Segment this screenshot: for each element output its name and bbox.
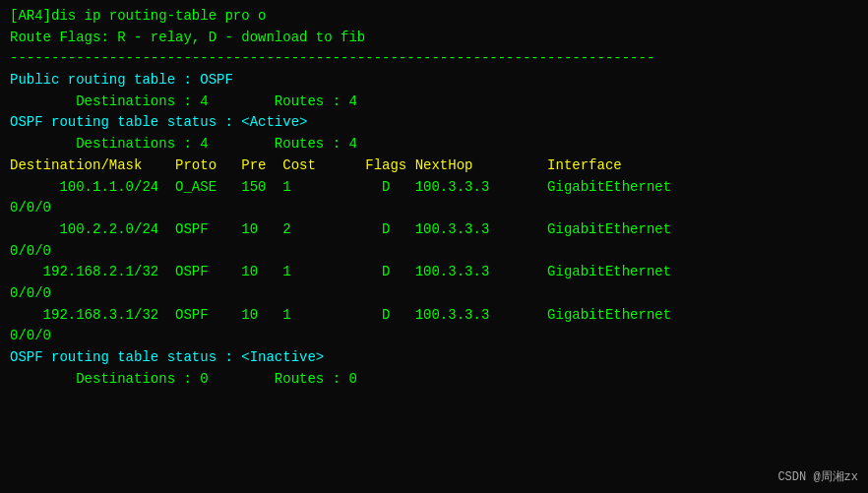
terminal-window: [AR4]dis ip routing-table pro oRoute Fla…: [0, 0, 868, 493]
terminal-line-11: 100.1.1.0/24 O_ASE 150 1 D 100.3.3.3 Gig…: [10, 177, 858, 199]
terminal-line-21: Destinations : 0 Routes : 0: [10, 369, 858, 391]
terminal-line-4: Destinations : 4 Routes : 4: [10, 92, 858, 113]
terminal-line-3: Public routing table : OSPF: [10, 70, 858, 92]
terminal-line-1: Route Flags: R - relay, D - download to …: [10, 28, 858, 49]
terminal-line-15: 192.168.2.1/32 OSPF 10 1 D 100.3.3.3 Gig…: [10, 262, 858, 283]
watermark: CSDN @周湘zx: [777, 468, 858, 485]
terminal-line-9: Destination/Mask Proto Pre Cost Flags Ne…: [10, 155, 858, 177]
terminal-line-6: OSPF routing table status : <Active>: [10, 112, 858, 134]
terminal-line-17: 192.168.3.1/32 OSPF 10 1 D 100.3.3.3 Gig…: [10, 305, 858, 327]
terminal-line-2: ----------------------------------------…: [10, 48, 858, 70]
terminal-line-13: 100.2.2.0/24 OSPF 10 2 D 100.3.3.3 Gigab…: [10, 219, 858, 241]
terminal-line-20: OSPF routing table status : <Inactive>: [10, 347, 858, 369]
terminal-line-14: 0/0/0: [10, 241, 858, 263]
terminal-line-18: 0/0/0: [10, 326, 858, 347]
terminal-line-0: [AR4]dis ip routing-table pro o: [10, 6, 858, 28]
terminal-line-12: 0/0/0: [10, 198, 858, 219]
terminal-line-7: Destinations : 4 Routes : 4: [10, 134, 858, 155]
terminal-line-16: 0/0/0: [10, 283, 858, 305]
